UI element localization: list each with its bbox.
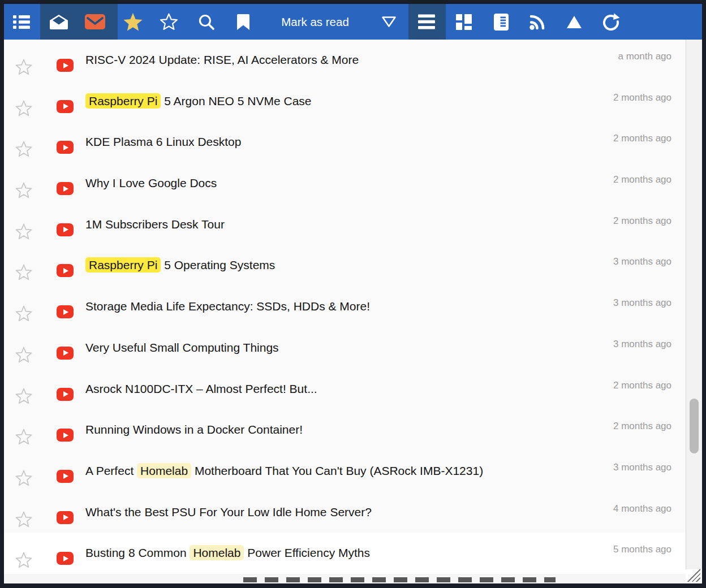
mark-unread-envelope-button[interactable] (82, 4, 108, 40)
play-glyph (63, 186, 68, 192)
youtube-icon (57, 264, 74, 277)
play-glyph (63, 145, 68, 150)
search-highlight-soft: Homelab (137, 463, 191, 478)
star-outline-icon[interactable] (15, 140, 32, 157)
article-timestamp: 2 months ago (613, 133, 671, 144)
mark-read-envelope-button[interactable] (46, 4, 72, 40)
menu-icon (418, 14, 435, 30)
play-glyph (63, 309, 68, 315)
list-item[interactable]: Raspberry Pi 5 Operating Systems3 months… (4, 245, 686, 286)
title-text: Running Windows in a Docker Container! (85, 423, 303, 436)
star-outline-icon[interactable] (15, 511, 32, 528)
article-title: 1M Subscribers Desk Tour (85, 217, 601, 232)
star-outline-icon[interactable] (15, 551, 32, 568)
list-item[interactable]: Running Windows in a Docker Container!2 … (4, 409, 686, 451)
star-outline-icon[interactable] (15, 428, 32, 445)
title-text: Motherboard That You Can't Buy (ASRock I… (191, 464, 483, 477)
youtube-icon (57, 141, 74, 154)
article-timestamp: 3 months ago (613, 339, 671, 350)
search-highlight-soft: Homelab (190, 545, 244, 560)
play-glyph (63, 391, 68, 397)
search-icon (198, 14, 215, 31)
menu-button[interactable] (414, 4, 440, 40)
star-outline-icon[interactable] (15, 263, 32, 280)
play-glyph (63, 514, 68, 520)
scrollbar-track[interactable] (686, 40, 702, 569)
star-outline-icon[interactable] (15, 181, 32, 198)
title-text: Power Efficiency Myths (244, 546, 370, 559)
article-timestamp: 4 months ago (613, 503, 671, 514)
triangle-up-icon (566, 14, 583, 30)
article-pane-icon (493, 13, 509, 31)
list-item[interactable]: KDE Plasma 6 Linux Desktop2 months ago (4, 122, 686, 163)
scroll-to-top-button[interactable] (561, 4, 587, 40)
star-outline-icon[interactable] (15, 346, 32, 363)
bookmark-icon (236, 14, 251, 31)
youtube-icon (57, 182, 74, 195)
refresh-button[interactable] (598, 4, 624, 40)
play-glyph (63, 350, 68, 356)
list-item[interactable]: 1M Subscribers Desk Tour2 months ago (4, 204, 686, 245)
article-title: Running Windows in a Docker Container! (85, 422, 601, 438)
outline-star-icon (160, 12, 178, 31)
mark-as-read-dropdown-button[interactable] (376, 4, 402, 40)
title-text: A Perfect (85, 464, 137, 477)
title-text: RISC-V 2024 Update: RISE, AI Accelerator… (85, 53, 359, 66)
article-timestamp: 3 months ago (613, 462, 671, 473)
list-item[interactable]: Very Useful Small Computing Things3 mont… (4, 327, 686, 369)
article-title: Storage Media Life Expectancy: SSDs, HDD… (85, 299, 601, 314)
youtube-icon (57, 470, 74, 483)
list-item[interactable]: Why I Love Google Docs2 months ago (4, 163, 686, 204)
article-timestamp: 2 months ago (613, 380, 671, 391)
list-item[interactable]: What's the Best PSU For Your Low Idle Ho… (4, 492, 686, 533)
star-outline-icon[interactable] (15, 305, 32, 322)
scrollbar-thumb[interactable] (690, 399, 699, 453)
article-list-button[interactable] (8, 4, 35, 40)
rss-icon (529, 14, 546, 31)
title-text: 1M Subscribers Desk Tour (85, 218, 225, 231)
play-glyph (63, 63, 68, 68)
mark-as-read-button[interactable]: Mark as read (261, 4, 369, 40)
star-outline-icon[interactable] (15, 469, 32, 486)
title-text: Why I Love Google Docs (85, 176, 217, 189)
article-title: KDE Plasma 6 Linux Desktop (85, 134, 601, 150)
search-highlight-strong: Raspberry Pi (85, 93, 161, 109)
mark-as-read-label: Mark as read (281, 15, 349, 29)
clipped-next-row (4, 574, 686, 583)
list-item[interactable]: Busting 8 Common Homelab Power Efficienc… (4, 533, 686, 574)
star-outline-icon[interactable] (15, 58, 32, 75)
rss-subscribe-button[interactable] (524, 4, 550, 40)
layout-button[interactable] (451, 4, 477, 40)
star-outline-icon[interactable] (15, 223, 32, 240)
article-timestamp: 2 months ago (613, 421, 671, 432)
title-text: Asrock N100DC-ITX – Almost Perfect! But.… (85, 382, 317, 395)
list-item[interactable]: RISC-V 2024 Update: RISE, AI Accelerator… (4, 40, 686, 81)
filled-star-icon (123, 12, 143, 32)
article-timestamp: 2 months ago (613, 92, 671, 103)
article-timestamp: 5 months ago (613, 544, 671, 555)
youtube-icon (57, 347, 74, 360)
article-pane-button[interactable] (488, 4, 514, 40)
search-highlight-strong: Raspberry Pi (85, 257, 161, 273)
open-envelope-icon (49, 14, 69, 31)
refresh-icon (602, 13, 620, 31)
search-button[interactable] (193, 4, 219, 40)
flag-starred-button[interactable] (120, 4, 146, 40)
list-item[interactable]: Storage Media Life Expectancy: SSDs, HDD… (4, 286, 686, 327)
unflag-star-button[interactable] (156, 4, 182, 40)
star-outline-icon[interactable] (15, 387, 32, 404)
list-item[interactable]: Raspberry Pi 5 Argon NEO 5 NVMe Case2 mo… (4, 81, 686, 122)
list-item[interactable]: A Perfect Homelab Motherboard That You C… (4, 451, 686, 492)
youtube-icon (57, 511, 74, 524)
youtube-icon (57, 429, 74, 442)
article-timestamp: 3 months ago (613, 297, 671, 309)
article-title: A Perfect Homelab Motherboard That You C… (85, 463, 601, 479)
title-text: What's the Best PSU For Your Low Idle Ho… (85, 505, 372, 518)
title-text: Very Useful Small Computing Things (85, 341, 279, 354)
play-glyph (63, 103, 68, 109)
bookmark-button[interactable] (230, 4, 256, 40)
play-glyph (63, 433, 68, 438)
youtube-icon (57, 223, 74, 236)
list-item[interactable]: Asrock N100DC-ITX – Almost Perfect! But.… (4, 369, 686, 410)
star-outline-icon[interactable] (15, 100, 32, 116)
